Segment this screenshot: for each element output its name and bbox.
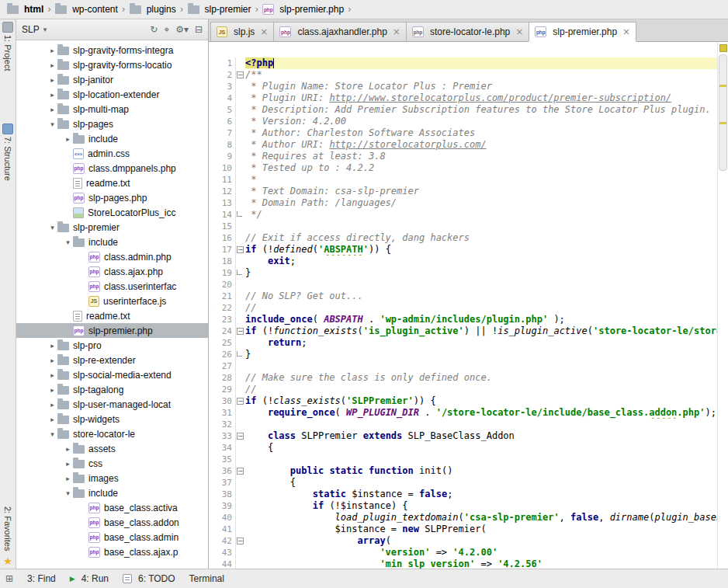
tree-item-slp-premier.php[interactable]: phpslp-premier.php bbox=[16, 323, 208, 338]
inspection-status-icon[interactable] bbox=[719, 44, 727, 52]
code-line-3[interactable]: 3 * Plugin Name: Store Locator Plus : Pr… bbox=[209, 81, 717, 92]
tree-item-slp-premier[interactable]: ▾slp-premier bbox=[16, 220, 208, 235]
tree-item-slp-social-media-extend[interactable]: ▸slp-social-media-extend bbox=[16, 367, 208, 382]
tree-item-include[interactable]: ▸include bbox=[16, 131, 208, 146]
code-line-16[interactable]: 16// Exit if access directly, dang hacke… bbox=[209, 232, 717, 244]
tab-class.ajaxhandler.php[interactable]: phpclass.ajaxhandler.php× bbox=[273, 22, 406, 42]
code-line-7[interactable]: 7 * Author: Charleston Software Associat… bbox=[209, 127, 717, 139]
tree-item-base_class.admin[interactable]: phpbase_class.admin bbox=[16, 530, 208, 545]
chevron-right-icon[interactable]: ▸ bbox=[47, 106, 57, 113]
statusbar-button-6: TODO[interactable]: 6: TODO bbox=[123, 573, 175, 584]
warning-stripe-mark[interactable] bbox=[719, 85, 726, 87]
toolwindow-favorites-button[interactable]: 2: Favorites ★ bbox=[3, 506, 12, 566]
breadcrumb-item-slp-premier[interactable]: slp-premier bbox=[185, 3, 254, 16]
toolwindow-structure-button[interactable]: 7: Structure bbox=[2, 124, 13, 181]
statusbar-button-4: Run[interactable]: ▶4: Run bbox=[70, 573, 109, 584]
tree-item-class.userinterfac[interactable]: phpclass.userinterfac bbox=[16, 279, 208, 294]
fold-start-icon[interactable]: − bbox=[237, 328, 244, 335]
breadcrumb-item-slp-premier.php[interactable]: phpslp-premier.php bbox=[260, 3, 346, 16]
tree-item-slp-gravity-forms-locatio[interactable]: ▸slp-gravity-forms-locatio bbox=[16, 57, 208, 72]
chevron-right-icon[interactable]: ▸ bbox=[47, 386, 57, 394]
code-line-27[interactable]: 27 bbox=[209, 360, 717, 372]
code-line-29[interactable]: 29// bbox=[209, 384, 717, 395]
tab-slp.js[interactable]: JSslp.js× bbox=[210, 22, 274, 42]
tree-item-slp-user-managed-locat[interactable]: ▸slp-user-managed-locat bbox=[16, 397, 208, 412]
tree-item-readme.txt[interactable]: readme.txt bbox=[16, 308, 208, 323]
breadcrumb-item-plugins[interactable]: plugins bbox=[127, 3, 179, 16]
tree-item-slp-pro[interactable]: ▸slp-pro bbox=[16, 338, 208, 353]
chevron-right-icon[interactable]: ▸ bbox=[63, 475, 73, 482]
tab-slp-premier.php[interactable]: phpslp-premier.php× bbox=[529, 22, 636, 42]
chevron-right-icon[interactable]: ▸ bbox=[47, 357, 57, 364]
tree-item-slp-gravity-forms-integra[interactable]: ▸slp-gravity-forms-integra bbox=[16, 43, 208, 57]
code-line-34[interactable]: 34 { bbox=[209, 442, 717, 454]
code-line-33[interactable]: 33− class SLPPremier extends SLP_BaseCla… bbox=[209, 430, 717, 442]
breadcrumb-item-html[interactable]: html bbox=[5, 3, 46, 16]
tree-item-css[interactable]: ▸css bbox=[16, 456, 208, 471]
tree-item-base_class.activa[interactable]: phpbase_class.activa bbox=[16, 500, 208, 515]
code-line-9[interactable]: 9 * Requires at least: 3.8 bbox=[209, 151, 717, 162]
tree-item-class.admin.php[interactable]: phpclass.admin.php bbox=[16, 249, 208, 264]
tree-item-slp-widgets[interactable]: ▸slp-widgets bbox=[16, 412, 208, 426]
chevron-right-icon[interactable]: ▸ bbox=[47, 401, 57, 409]
tree-item-slp-multi-map[interactable]: ▸slp-multi-map bbox=[16, 102, 208, 117]
tree-item-base_class.addon[interactable]: phpbase_class.addon bbox=[16, 515, 208, 530]
code-line-37[interactable]: 37 { bbox=[209, 477, 717, 489]
code-line-13[interactable]: 13 * Domain Path: /languages/ bbox=[209, 197, 717, 209]
tree-item-assets[interactable]: ▸assets bbox=[16, 441, 208, 456]
chevron-down-icon[interactable]: ▾ bbox=[47, 430, 57, 438]
chevron-right-icon[interactable]: ▸ bbox=[63, 135, 73, 143]
chevron-down-icon[interactable]: ▾ bbox=[63, 489, 73, 497]
tree-item-slp-pages.php[interactable]: phpslp-pages.php bbox=[16, 190, 208, 205]
chevron-right-icon[interactable]: ▸ bbox=[47, 371, 57, 379]
tree-item-include[interactable]: ▾include bbox=[16, 485, 208, 500]
tree-item-slp-tagalong[interactable]: ▸slp-tagalong bbox=[16, 382, 208, 397]
chevron-right-icon[interactable]: ▸ bbox=[47, 47, 57, 54]
code-line-8[interactable]: 8 * Author URI: http://storelocatorplus.… bbox=[209, 139, 717, 151]
chevron-right-icon[interactable]: ▸ bbox=[47, 416, 57, 423]
code-line-10[interactable]: 10 * Tested up to : 4.2.2 bbox=[209, 162, 717, 174]
fold-end-icon[interactable] bbox=[237, 351, 242, 357]
code-line-21[interactable]: 21// No SLP? Get out... bbox=[209, 291, 717, 302]
code-line-32[interactable]: 32 bbox=[209, 419, 717, 430]
fold-end-icon[interactable] bbox=[237, 211, 242, 217]
code-line-4[interactable]: 4 * Plugin URI: http://www.storelocatorp… bbox=[209, 92, 717, 104]
project-view-selector[interactable]: SLP ▾ bbox=[22, 24, 47, 35]
close-icon[interactable]: × bbox=[515, 26, 523, 37]
close-icon[interactable]: × bbox=[393, 26, 400, 37]
warning-stripe-mark[interactable] bbox=[719, 122, 726, 124]
code-line-14[interactable]: 14 */ bbox=[209, 209, 717, 221]
chevron-down-icon[interactable]: ▾ bbox=[63, 238, 73, 246]
code-line-41[interactable]: 41 $instance = new SLPPremier( bbox=[209, 524, 717, 535]
chevron-right-icon[interactable]: ▸ bbox=[47, 342, 57, 350]
code-line-22[interactable]: 22// bbox=[209, 302, 717, 314]
scrollbar-thumb[interactable] bbox=[719, 54, 727, 171]
tree-item-store-locator-le[interactable]: ▾store-locator-le bbox=[16, 426, 208, 441]
code-line-44[interactable]: 44 'min_slp_version' => '4.2.56' , bbox=[209, 558, 717, 569]
chevron-right-icon[interactable]: ▸ bbox=[47, 76, 57, 84]
tree-item-class.ajax.php[interactable]: phpclass.ajax.php bbox=[16, 264, 208, 279]
close-icon[interactable]: × bbox=[622, 26, 630, 37]
fold-start-icon[interactable]: − bbox=[237, 398, 244, 405]
code-line-20[interactable]: 20 bbox=[209, 279, 717, 291]
chevron-down-icon[interactable]: ▾ bbox=[47, 120, 57, 128]
settings-gear-icon[interactable]: ⚙▾ bbox=[175, 24, 189, 35]
chevron-right-icon[interactable]: ▸ bbox=[47, 61, 57, 69]
code-line-23[interactable]: 23include_once( ABSPATH . 'wp-admin/incl… bbox=[209, 314, 717, 325]
code-line-43[interactable]: 43 'version' => '4.2.00' , bbox=[209, 547, 717, 558]
chevron-down-icon[interactable]: ▾ bbox=[47, 224, 57, 231]
fold-end-icon[interactable] bbox=[237, 270, 242, 275]
code-line-42[interactable]: 42− array( bbox=[209, 535, 717, 547]
fold-start-icon[interactable]: − bbox=[237, 433, 244, 440]
code-line-12[interactable]: 12 * Text Domain: csa-slp-premier bbox=[209, 186, 717, 197]
toolwindow-project-button[interactable]: 1: Project bbox=[2, 22, 13, 71]
tree-item-slp-location-extender[interactable]: ▸slp-location-extender bbox=[16, 87, 208, 102]
code-line-18[interactable]: 18 exit; bbox=[209, 256, 717, 267]
tab-store-locator-le.php[interactable]: phpstore-locator-le.php× bbox=[406, 22, 529, 42]
tree-item-slp-pages[interactable]: ▾slp-pages bbox=[16, 117, 208, 131]
close-icon[interactable]: × bbox=[260, 26, 268, 37]
code-line-5[interactable]: 5 * Description: Add Premier Subscriptio… bbox=[209, 104, 717, 116]
code-line-30[interactable]: 30−if (!class_exists('SLPPremier')) { bbox=[209, 395, 717, 407]
chevron-right-icon[interactable]: ▸ bbox=[63, 445, 73, 453]
tree-item-slp-janitor[interactable]: ▸slp-janitor bbox=[16, 72, 208, 87]
